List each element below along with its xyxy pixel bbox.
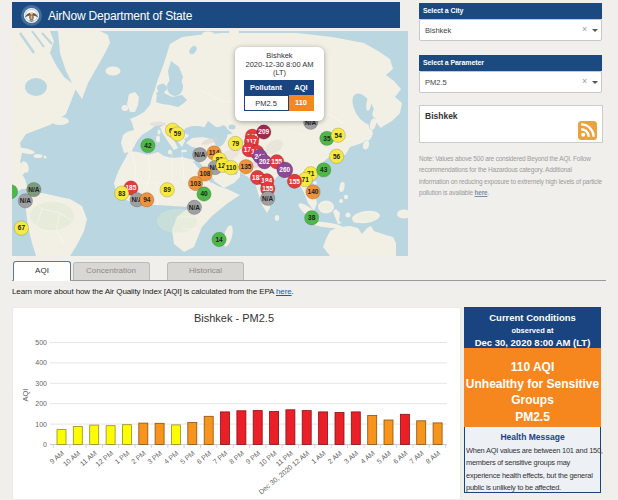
svg-text:200: 200 bbox=[35, 400, 47, 407]
svg-text:1 PM: 1 PM bbox=[114, 449, 131, 465]
svg-text:260: 260 bbox=[279, 166, 290, 173]
svg-text:14: 14 bbox=[215, 236, 223, 243]
svg-text:108: 108 bbox=[200, 170, 211, 177]
svg-text:5 PM: 5 PM bbox=[179, 449, 196, 465]
svg-text:500: 500 bbox=[35, 339, 47, 346]
svg-text:N/A: N/A bbox=[194, 151, 206, 158]
svg-text:135: 135 bbox=[241, 163, 252, 170]
svg-text:43: 43 bbox=[320, 166, 328, 173]
svg-text:4 PM: 4 PM bbox=[163, 449, 180, 465]
svg-text:1 AM: 1 AM bbox=[310, 449, 327, 465]
svg-text:N/A: N/A bbox=[28, 186, 40, 193]
svg-text:5 AM: 5 AM bbox=[375, 449, 392, 465]
svg-text:400: 400 bbox=[35, 359, 47, 366]
svg-text:59: 59 bbox=[174, 130, 182, 137]
svg-text:AQI: AQI bbox=[21, 389, 30, 402]
svg-text:Bishkek - PM2.5: Bishkek - PM2.5 bbox=[194, 312, 274, 324]
svg-text:103: 103 bbox=[190, 180, 201, 187]
svg-text:56: 56 bbox=[333, 153, 341, 160]
svg-text:12 PM: 12 PM bbox=[94, 449, 114, 467]
svg-text:71: 71 bbox=[302, 176, 310, 183]
svg-text:35: 35 bbox=[323, 135, 331, 142]
svg-text:10 PM: 10 PM bbox=[258, 449, 278, 467]
svg-text:42: 42 bbox=[144, 142, 152, 149]
svg-text:38: 38 bbox=[308, 214, 316, 221]
svg-text:83: 83 bbox=[118, 190, 126, 197]
svg-text:7 PM: 7 PM bbox=[212, 449, 229, 465]
svg-text:209: 209 bbox=[258, 128, 269, 135]
svg-text:6 PM: 6 PM bbox=[195, 449, 212, 465]
svg-text:N/A: N/A bbox=[20, 197, 32, 204]
svg-text:6 AM: 6 AM bbox=[392, 449, 409, 465]
svg-text:0: 0 bbox=[43, 441, 47, 448]
svg-text:3 AM: 3 AM bbox=[343, 449, 360, 465]
svg-text:40: 40 bbox=[200, 190, 208, 197]
svg-text:8 AM: 8 AM bbox=[425, 449, 442, 465]
svg-text:4 AM: 4 AM bbox=[359, 449, 376, 465]
svg-text:79: 79 bbox=[232, 140, 240, 147]
svg-text:140: 140 bbox=[308, 188, 319, 195]
svg-text:2 PM: 2 PM bbox=[130, 449, 147, 465]
svg-text:54: 54 bbox=[335, 132, 343, 139]
svg-text:100: 100 bbox=[35, 421, 47, 428]
svg-text:202: 202 bbox=[259, 158, 270, 165]
svg-text:89: 89 bbox=[164, 186, 172, 193]
svg-text:94: 94 bbox=[143, 196, 151, 203]
svg-text:N/A: N/A bbox=[262, 195, 274, 202]
svg-text:2 AM: 2 AM bbox=[326, 449, 343, 465]
svg-text:3 PM: 3 PM bbox=[146, 449, 163, 465]
svg-text:300: 300 bbox=[35, 380, 47, 387]
svg-text:10 AM: 10 AM bbox=[62, 449, 82, 467]
svg-text:155: 155 bbox=[289, 178, 300, 185]
svg-text:110: 110 bbox=[226, 164, 237, 171]
svg-text:67: 67 bbox=[18, 224, 26, 231]
svg-text:8 PM: 8 PM bbox=[228, 449, 245, 465]
svg-text:7 AM: 7 AM bbox=[408, 449, 425, 465]
svg-text:N/A: N/A bbox=[189, 204, 201, 211]
